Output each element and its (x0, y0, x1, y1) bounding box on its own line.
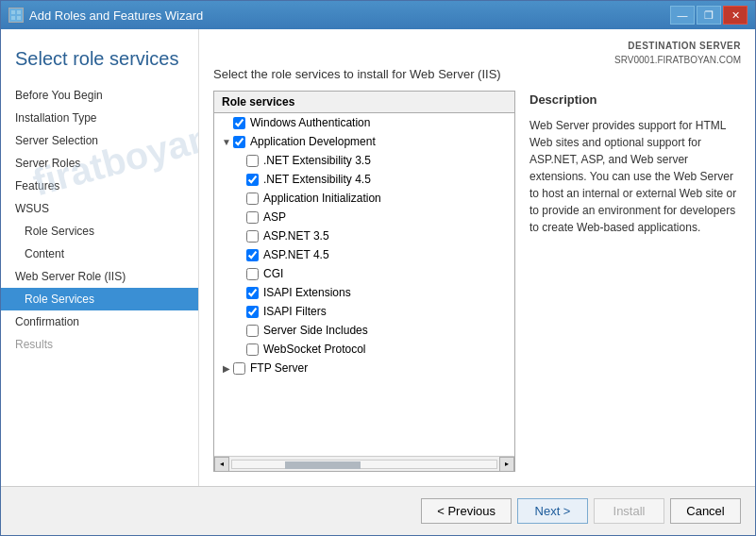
checkbox-net45ext[interactable] (246, 174, 259, 186)
checkbox-aspnet35[interactable] (246, 230, 259, 243)
label-aspnet45: ASP.NET 4.5 (263, 248, 329, 261)
label-app-dev: Application Development (250, 135, 376, 148)
sidebar-item-results: Results (1, 333, 198, 356)
checkbox-ftp-server[interactable] (233, 362, 245, 375)
next-button[interactable]: Next > (517, 498, 588, 524)
window-controls: — ❐ ✕ (670, 6, 748, 25)
checkbox-aspnet45[interactable] (246, 249, 259, 261)
checkbox-app-dev[interactable] (233, 136, 245, 148)
tree-item-net45ext[interactable]: .NET Extensibility 4.5 (214, 170, 499, 189)
tree-item-ssi[interactable]: Server Side Includes (214, 321, 499, 340)
svg-rect-3 (17, 16, 21, 20)
sidebar-item-web-server-role[interactable]: Web Server Role (IIS) (1, 265, 198, 288)
horizontal-scrollbar[interactable]: ◂ ▸ (214, 456, 514, 471)
tree-item-isapi-filters[interactable]: ISAPI Filters (214, 302, 499, 321)
checkbox-isapi-ext[interactable] (246, 287, 259, 299)
tree-item-aspnet35[interactable]: ASP.NET 3.5 (214, 226, 499, 245)
destination-label: DESTINATION SERVER (614, 39, 741, 53)
label-asp: ASP (263, 210, 286, 224)
tree-item-asp[interactable]: ASP (214, 208, 499, 226)
sidebar-item-role-services[interactable]: Role Services (1, 288, 198, 310)
close-button[interactable]: ✕ (723, 6, 748, 25)
h-scroll-track[interactable] (231, 460, 497, 469)
label-windows-auth: Windows Authentication (250, 116, 370, 129)
role-services-container: Role services Windows Authentication (213, 91, 741, 472)
sidebar-item-wsus[interactable]: WSUS (1, 197, 198, 220)
checkbox-app-init[interactable] (246, 193, 259, 205)
titlebar-left: Add Roles and Features Wizard (8, 8, 203, 23)
titlebar: Add Roles and Features Wizard — ❐ ✕ (1, 1, 755, 29)
svg-rect-0 (11, 10, 15, 14)
description-title: Description (529, 91, 741, 109)
content-area: DESTINATION SERVER SRV0001.firatboyan.co… (199, 29, 755, 486)
checkbox-net35ext[interactable] (246, 155, 259, 167)
restore-button[interactable]: ❐ (697, 6, 721, 25)
tree-panel: Role services Windows Authentication (213, 91, 515, 472)
expand-ftp-server[interactable]: ▶ (220, 363, 233, 374)
description-panel: Description Web Server provides support … (529, 91, 741, 472)
window-title: Add Roles and Features Wizard (29, 8, 203, 23)
bottom-bar: < Previous Next > Install Cancel (1, 486, 755, 535)
label-app-init: Application Initialization (263, 192, 381, 205)
label-isapi-ext: ISAPI Extensions (263, 286, 351, 299)
sidebar-item-confirmation[interactable]: Confirmation (1, 310, 198, 333)
minimize-button[interactable]: — (670, 6, 695, 25)
svg-rect-2 (11, 16, 15, 20)
tree-item-net35ext[interactable]: .NET Extensibility 3.5 (214, 151, 499, 170)
tree-item-websocket[interactable]: WebSocket Protocol (214, 340, 499, 359)
tree-item-windows-auth[interactable]: Windows Authentication (214, 113, 499, 132)
app-icon (8, 8, 24, 23)
tree-item-aspnet45[interactable]: ASP.NET 4.5 (214, 245, 499, 264)
label-net35ext: .NET Extensibility 3.5 (263, 154, 371, 167)
previous-button[interactable]: < Previous (421, 498, 512, 524)
tree-item-app-dev[interactable]: ▼ Application Development (214, 132, 499, 151)
tree-body[interactable]: Windows Authentication ▼ Application Dev… (214, 113, 514, 456)
label-ssi: Server Side Includes (263, 324, 368, 337)
h-scroll-thumb (285, 461, 361, 469)
tree-item-isapi-ext[interactable]: ISAPI Extensions (214, 283, 499, 302)
h-scroll-right[interactable]: ▸ (499, 457, 514, 472)
sidebar-item-wsus-role-services[interactable]: Role Services (1, 220, 198, 243)
cancel-button[interactable]: Cancel (670, 498, 741, 524)
expand-app-dev[interactable]: ▼ (220, 137, 233, 147)
sidebar-item-server-roles[interactable]: Server Roles (1, 152, 198, 175)
tree-header: Role services (214, 92, 514, 113)
sidebar-item-wsus-content[interactable]: Content (1, 243, 198, 265)
sidebar-item-server-selection[interactable]: Server Selection (1, 129, 198, 152)
checkbox-isapi-filters[interactable] (246, 306, 259, 318)
tree-item-app-init[interactable]: Application Initialization (214, 189, 499, 208)
destination-server-info: DESTINATION SERVER SRV0001.firatboyan.co… (614, 39, 741, 67)
destination-name: SRV0001.firatboyan.com (614, 53, 741, 67)
page-heading: Select role services (1, 39, 198, 84)
checkbox-cgi[interactable] (246, 268, 259, 280)
sidebar-item-before-you-begin[interactable]: Before You Begin (1, 84, 198, 107)
checkbox-websocket[interactable] (246, 343, 259, 356)
label-aspnet35: ASP.NET 3.5 (263, 229, 329, 243)
tree-item-cgi[interactable]: CGI (214, 264, 499, 283)
checkbox-ssi[interactable] (246, 325, 259, 337)
label-net45ext: .NET Extensibility 4.5 (263, 173, 371, 186)
main-content: Select role services firatboyan.com Befo… (1, 29, 755, 486)
instruction-text: Select the role services to install for … (213, 67, 741, 81)
label-websocket: WebSocket Protocol (263, 343, 366, 356)
label-isapi-filters: ISAPI Filters (263, 305, 327, 318)
wizard-window: Add Roles and Features Wizard — ❐ ✕ Sele… (0, 0, 756, 536)
label-cgi: CGI (263, 267, 283, 280)
svg-rect-1 (17, 10, 21, 14)
checkbox-windows-auth[interactable] (233, 117, 245, 129)
install-button: Install (594, 498, 664, 524)
h-scroll-left[interactable]: ◂ (214, 457, 229, 472)
description-text: Web Server provides support for HTML Web… (529, 117, 741, 236)
sidebar-item-installation-type[interactable]: Installation Type (1, 107, 198, 129)
sidebar-item-features[interactable]: Features (1, 175, 198, 197)
checkbox-asp[interactable] (246, 211, 259, 224)
sidebar: Select role services firatboyan.com Befo… (1, 29, 199, 486)
label-ftp-server: FTP Server (250, 361, 308, 375)
tree-item-ftp-server[interactable]: ▶ FTP Server (214, 359, 499, 377)
